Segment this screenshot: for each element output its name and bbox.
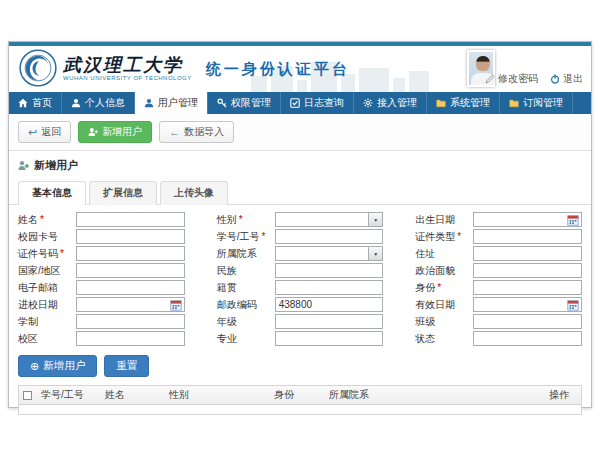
change-password-label: 修改密码 — [498, 72, 538, 86]
nav-item-label: 用户管理 — [158, 96, 198, 110]
data-import-button[interactable]: ← 数据导入 — [159, 121, 234, 143]
nav-item-label: 权限管理 — [231, 96, 271, 110]
field-input[interactable] — [473, 229, 582, 244]
field-input[interactable] — [473, 297, 582, 312]
field-input[interactable] — [76, 280, 185, 295]
university-name-en: WUHAN UNIVERSITY OF TECHNOLOGY — [63, 75, 192, 81]
field-label: 电子邮箱 — [18, 281, 76, 295]
field-label: 性别* — [217, 213, 275, 227]
form-field: 住址 — [415, 246, 582, 261]
form-field: 专业 — [217, 331, 384, 346]
field-input[interactable] — [275, 314, 384, 329]
field-input[interactable] — [76, 314, 185, 329]
tab-upload-avatar[interactable]: 上传头像 — [160, 181, 228, 205]
person-icon — [144, 98, 154, 108]
nav-item-3[interactable]: 权限管理 — [208, 92, 281, 114]
form-field: 国家/地区 — [18, 263, 185, 278]
field-input[interactable] — [275, 331, 384, 346]
gear-icon — [363, 98, 373, 108]
form-field: 进校日期 — [18, 297, 185, 312]
field-input[interactable]: 438800 — [275, 297, 384, 312]
reset-button[interactable]: 重置 — [104, 355, 149, 377]
tab-basic-info[interactable]: 基本信息 — [18, 181, 86, 205]
back-arrow-icon: ↩ — [28, 127, 37, 137]
dropdown-arrow-icon[interactable]: ▼ — [368, 247, 382, 260]
select-all-checkbox[interactable] — [23, 391, 32, 400]
field-input[interactable] — [76, 246, 185, 261]
nav-item-label: 个人信息 — [85, 96, 125, 110]
calendar-icon[interactable] — [567, 214, 579, 226]
add-user-toolbar-button[interactable]: 新增用户 — [78, 121, 152, 143]
field-input[interactable] — [76, 212, 185, 227]
plus-circle-icon: ⊕ — [30, 361, 39, 371]
calendar-icon[interactable] — [170, 299, 182, 311]
form-field: 姓名* — [18, 212, 185, 227]
field-label: 身份* — [415, 281, 473, 295]
add-user-toolbar-label: 新增用户 — [102, 125, 142, 139]
required-asterisk: * — [457, 231, 461, 242]
tab-extended-info[interactable]: 扩展信息 — [89, 181, 157, 205]
power-icon — [550, 74, 560, 84]
change-password-link[interactable]: 修改密码 — [485, 72, 538, 86]
users-table-body — [19, 405, 581, 414]
logout-link[interactable]: 退出 — [550, 72, 583, 86]
field-input[interactable] — [76, 263, 185, 278]
field-input[interactable]: ▼ — [275, 246, 384, 261]
dropdown-arrow-icon[interactable]: ▼ — [368, 213, 382, 226]
calendar-icon[interactable] — [567, 299, 579, 311]
logout-label: 退出 — [563, 72, 583, 86]
add-user-submit-button[interactable]: ⊕ 新增用户 — [18, 355, 97, 377]
field-label: 民族 — [217, 264, 275, 278]
pencil-icon — [485, 74, 495, 84]
field-input[interactable] — [76, 229, 185, 244]
field-input[interactable] — [275, 229, 384, 244]
folder-icon — [509, 98, 519, 108]
toolbar: ↩ 返回 新增用户 ← 数据导入 — [9, 114, 591, 151]
field-label: 校区 — [18, 332, 76, 346]
nav-item-label: 订阅管理 — [523, 96, 563, 110]
form-field: 证件号码* — [18, 246, 185, 261]
field-label: 姓名* — [18, 213, 76, 227]
nav-item-4[interactable]: 日志查询 — [281, 92, 354, 114]
field-input[interactable] — [473, 331, 582, 346]
table-column-header: 学号/工号 — [41, 388, 105, 402]
nav-item-1[interactable]: 个人信息 — [62, 92, 135, 114]
nav-item-7[interactable]: 订阅管理 — [500, 92, 573, 114]
field-label: 证件类型* — [415, 230, 473, 244]
field-input[interactable] — [473, 263, 582, 278]
field-label: 证件号码* — [18, 247, 76, 261]
back-button[interactable]: ↩ 返回 — [18, 121, 71, 143]
field-label: 学制 — [18, 315, 76, 329]
app-window: 武汉理工大学 WUHAN UNIVERSITY OF TECHNOLOGY 统一… — [8, 41, 592, 408]
form-field: 校区 — [18, 331, 185, 346]
nav-item-5[interactable]: 接入管理 — [354, 92, 427, 114]
field-input[interactable]: ▼ — [275, 212, 384, 227]
user-form: 姓名*性别*▼出生日期校园卡号学号/工号*证件类型*证件号码*所属院系▼住址国家… — [9, 205, 591, 350]
field-input[interactable] — [76, 297, 185, 312]
nav-item-2-active[interactable]: 用户管理 — [135, 92, 208, 114]
form-field: 邮政编码438800 — [217, 297, 384, 312]
nav-item-0[interactable]: 首页 — [9, 92, 62, 114]
field-label: 年级 — [217, 315, 275, 329]
field-label: 班级 — [415, 315, 473, 329]
form-field: 校园卡号 — [18, 229, 185, 244]
field-label: 状态 — [415, 332, 473, 346]
field-input[interactable] — [275, 263, 384, 278]
form-field: 政治面貌 — [415, 263, 582, 278]
field-input[interactable] — [473, 246, 582, 261]
form-field: 学制 — [18, 314, 185, 329]
nav-item-label: 系统管理 — [450, 96, 490, 110]
table-column-header: 姓名 — [105, 388, 169, 402]
nav-item-6[interactable]: 系统管理 — [427, 92, 500, 114]
field-input[interactable] — [76, 331, 185, 346]
field-label: 专业 — [217, 332, 275, 346]
users-table-header: 学号/工号姓名性别身份所属院系操作 — [19, 386, 581, 405]
field-input[interactable] — [473, 212, 582, 227]
field-input[interactable] — [473, 314, 582, 329]
field-input[interactable] — [275, 280, 384, 295]
form-tabs: 基本信息 扩展信息 上传头像 — [9, 180, 591, 205]
field-label: 进校日期 — [18, 298, 76, 312]
field-input[interactable] — [473, 280, 582, 295]
university-logo-icon — [19, 49, 57, 87]
brand-block: 武汉理工大学 WUHAN UNIVERSITY OF TECHNOLOGY 统一… — [19, 49, 350, 87]
